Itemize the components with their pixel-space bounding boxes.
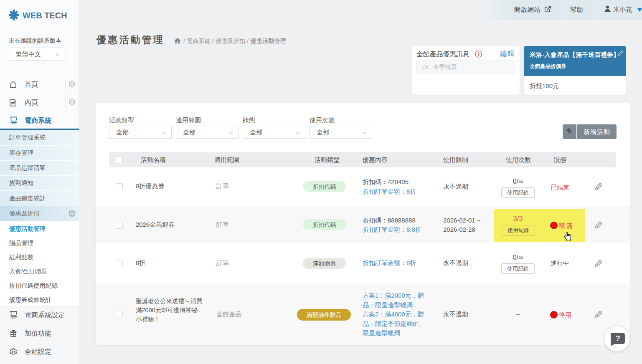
svg-text:?: ? — [615, 334, 620, 343]
